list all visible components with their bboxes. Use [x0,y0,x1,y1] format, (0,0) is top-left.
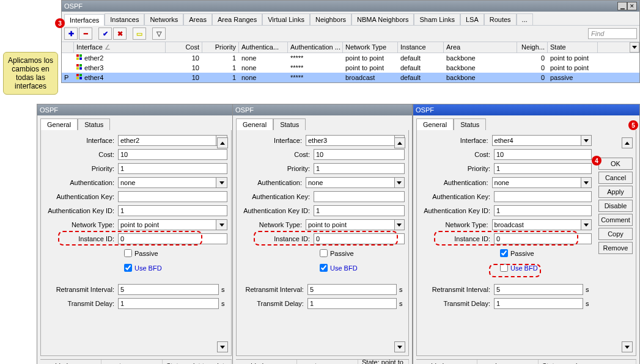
tab-general[interactable]: General [40,118,78,130]
scroll-up-icon[interactable] [622,137,633,148]
copy-button[interactable]: Copy [598,228,633,240]
scroll-down-icon[interactable] [622,341,633,352]
authkey-input[interactable] [494,191,592,202]
column-header[interactable]: Area [444,42,517,53]
nettype-input[interactable] [118,219,216,230]
ok-button[interactable]: OK [598,158,633,170]
usebfd-checkbox[interactable] [320,264,328,272]
nettype-input[interactable] [492,219,581,230]
dropdown-icon[interactable] [216,177,227,188]
column-header[interactable]: Authentication ... [288,42,343,53]
tab-general[interactable]: General [236,118,273,130]
usebfd-checkbox[interactable] [124,264,132,272]
filter-button[interactable]: ▽ [152,27,166,40]
apply-button[interactable]: Apply [598,186,633,198]
comment-button[interactable]: Comment [598,214,633,226]
authkeyid-input[interactable] [314,205,405,216]
tab-interfaces[interactable]: Interfaces [64,14,105,26]
tdelay-input[interactable] [494,298,583,309]
instid-input[interactable] [118,233,227,244]
column-header[interactable]: Interface ∠ [74,42,166,53]
remove-button[interactable]: ━ [79,27,92,40]
cost-input[interactable] [314,149,405,160]
retrans-input[interactable] [494,284,583,295]
status-passive: passive [297,360,358,364]
dropdown-icon[interactable] [581,135,592,146]
tab-instances[interactable]: Instances [105,13,144,25]
scroll-up-icon[interactable] [394,137,405,148]
column-header[interactable]: Instance [398,42,444,53]
tab-areas[interactable]: Areas [183,13,212,25]
passive-checkbox[interactable] [124,249,132,257]
table-row[interactable]: ether3101none*****point to pointdefaultb… [62,63,639,73]
retrans-input[interactable] [307,284,397,295]
tab-general[interactable]: General [416,118,454,130]
auth-input[interactable] [118,177,216,188]
column-header[interactable] [62,42,74,53]
tab-shamlinks[interactable]: Sham Links [414,13,460,25]
dropdown-icon[interactable] [395,177,405,188]
dropdown-icon[interactable] [581,177,592,188]
auth-input[interactable] [306,177,395,188]
tdelay-input[interactable] [118,298,219,309]
instid-input[interactable] [494,233,592,244]
cost-input[interactable] [494,149,592,160]
passive-checkbox[interactable] [320,249,328,257]
disable-button[interactable]: ✖ [113,27,127,40]
tdelay-input[interactable] [307,298,397,309]
authkey-input[interactable] [314,191,405,202]
tab-routes[interactable]: Routes [484,13,517,25]
column-header[interactable]: Neigh... [517,42,548,53]
column-header[interactable]: Network Type [343,42,398,53]
enable-button[interactable]: ✔ [98,27,112,40]
dropdown-icon[interactable] [395,219,405,230]
tab-[interactable]: ... [517,13,533,25]
tab-arearanges[interactable]: Area Ranges [212,13,262,25]
interface-input[interactable] [306,135,395,146]
scroll-down-icon[interactable] [217,341,228,352]
disable-button[interactable]: Disable [598,200,633,212]
scroll-down-icon[interactable] [394,341,405,352]
comment-button[interactable]: ▭ [133,27,146,40]
authkeyid-input[interactable] [118,205,227,216]
column-header[interactable]: Authentica... [239,42,288,53]
column-menu-icon[interactable] [630,42,639,53]
scroll-up-icon[interactable] [217,137,228,148]
dropdown-icon[interactable] [581,219,592,230]
instid-input[interactable] [314,233,405,244]
tab-virtuallinks[interactable]: Virtual Links [262,13,310,25]
minimize-icon[interactable]: ▁ [617,2,627,10]
remove-button[interactable]: Remove [598,242,633,254]
nettype-input[interactable] [306,219,395,230]
retrans-input[interactable] [118,284,219,295]
auth-input[interactable] [492,177,581,188]
authkey-input[interactable] [118,191,227,202]
tab-status[interactable]: Status [78,118,110,130]
priority-input[interactable] [314,163,405,174]
usebfd-checkbox[interactable] [500,264,508,272]
column-header[interactable]: State [548,42,598,53]
cost-input[interactable] [118,149,227,160]
interface-input[interactable] [118,135,216,146]
tab-status[interactable]: Status [273,118,306,130]
add-button[interactable]: ✚ [64,27,78,40]
column-header[interactable]: Cost [166,42,202,53]
column-header[interactable]: Priority [202,42,239,53]
status-enabled: enabled [40,360,101,364]
tab-lsa[interactable]: LSA [460,13,484,25]
interface-input[interactable] [492,135,581,146]
find-input[interactable] [588,28,637,39]
tab-status[interactable]: Status [454,118,486,130]
close-icon[interactable]: ✕ [627,2,637,10]
tab-neighbors[interactable]: Neighbors [310,13,351,25]
table-row[interactable]: P ether4101none*****broadcastdefaultback… [62,73,639,82]
priority-input[interactable] [118,163,227,174]
cancel-button[interactable]: Cancel [598,172,633,184]
tab-networks[interactable]: Networks [144,13,183,25]
dropdown-icon[interactable] [216,219,227,230]
tab-nbmaneighbors[interactable]: NBMA Neighbors [351,13,414,25]
passive-checkbox[interactable] [500,249,508,257]
priority-input[interactable] [494,163,592,174]
authkeyid-input[interactable] [494,205,592,216]
table-row[interactable]: ether2101none*****point to pointdefaultb… [62,53,639,63]
